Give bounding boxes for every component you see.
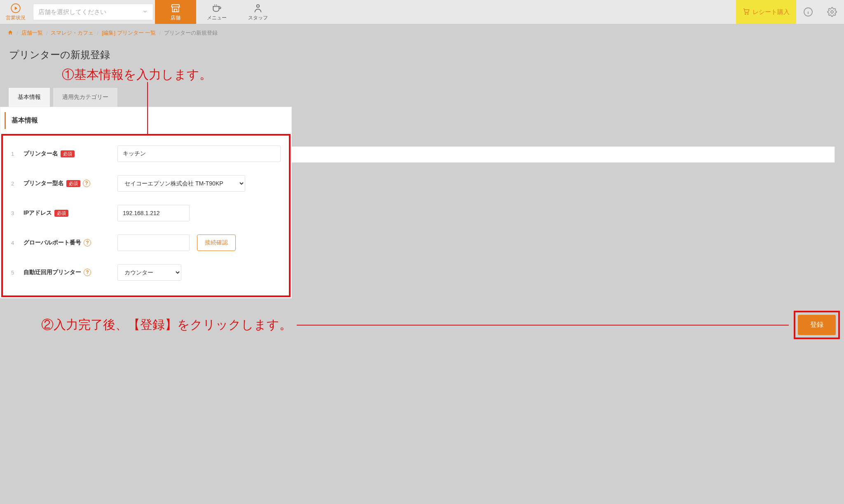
label-auto-reroute: 自動迂回用プリンター ? — [23, 269, 110, 276]
check-connection-button[interactable]: 接続確認 — [197, 234, 236, 251]
top-header: 営業状況 店舗を選択してください 店舗 メニュー — [0, 0, 844, 24]
ip-address-input[interactable] — [117, 205, 190, 221]
help-icon[interactable]: ? — [84, 239, 91, 246]
help-icon[interactable]: ? — [84, 269, 91, 276]
help-icon[interactable]: ? — [83, 180, 90, 187]
printer-name-extension — [292, 142, 835, 167]
label-printer-name: プリンター名 必須 — [23, 150, 110, 157]
nav-menu-label: メニュー — [207, 14, 227, 21]
row-auto-reroute: 5 自動迂回用プリンター ? カウンター — [3, 258, 289, 287]
required-badge: 必須 — [61, 150, 75, 157]
required-badge: 必須 — [54, 210, 68, 217]
svg-point-5 — [831, 11, 833, 13]
global-port-input[interactable] — [117, 234, 190, 251]
annotation-2: ②入力完了後、【登録】をクリックします。 — [41, 316, 292, 333]
printer-model-select[interactable]: セイコーエプソン株式会社 TM-T90KP — [117, 175, 245, 192]
label-global-port: グローバルポート番号 ? — [23, 239, 110, 246]
chevron-down-icon — [142, 9, 148, 16]
annotation-2-row: ②入力完了後、【登録】をクリックします。 登録 — [0, 311, 844, 339]
person-icon — [253, 3, 263, 14]
row-ip-address: 3 IPアドレス 必須 — [3, 198, 289, 228]
printer-name-input-ext[interactable] — [292, 146, 835, 163]
nav-status-label: 営業状況 — [6, 14, 26, 21]
label-ip-address: IPアドレス 必須 — [23, 209, 110, 217]
svg-point-3 — [748, 13, 748, 14]
label-printer-model: プリンター型名 必須 ? — [23, 180, 110, 187]
row-printer-name: 1 プリンター名 必須 — [3, 139, 289, 169]
breadcrumb: / 店舗一覧 / スマレジ・カフェ / [編集] プリンター 一覧 / プリンタ… — [0, 24, 844, 42]
auto-reroute-select[interactable]: カウンター — [117, 264, 181, 281]
register-highlight: 登録 — [794, 311, 840, 339]
crumb-store-list[interactable]: 店舗一覧 — [21, 29, 43, 37]
info-button[interactable] — [796, 0, 820, 24]
tabs: 基本情報 適用先カテゴリー — [0, 83, 844, 107]
section-title-basic: 基本情報 — [5, 112, 287, 129]
home-icon[interactable] — [7, 30, 13, 37]
receipt-purchase-button[interactable]: レシート購入 — [736, 0, 796, 24]
cart-icon — [743, 8, 750, 16]
row-printer-model: 2 プリンター型名 必須 ? セイコーエプソン株式会社 TM-T90KP — [3, 169, 289, 198]
required-badge: 必須 — [66, 180, 80, 187]
store-icon — [170, 3, 181, 14]
store-select-placeholder: 店舗を選択してください — [38, 8, 106, 16]
crumb-printer-list[interactable]: [編集] プリンター 一覧 — [102, 29, 156, 37]
play-circle-icon — [10, 3, 21, 14]
page-title: プリンターの新規登録 — [0, 42, 844, 66]
crumb-current: プリンターの新規登録 — [164, 29, 218, 37]
annotation-1: ①基本情報を入力します。 — [62, 66, 844, 83]
svg-point-2 — [745, 13, 746, 14]
settings-button[interactable] — [820, 0, 844, 24]
basic-info-panel: 基本情報 1 プリンター名 必須 2 プリンター型名 必須 ? — [0, 107, 292, 298]
nav-status[interactable]: 営業状況 — [0, 0, 31, 24]
svg-point-1 — [257, 5, 260, 7]
nav-staff-label: スタッフ — [248, 14, 268, 21]
receipt-button-label: レシート購入 — [753, 8, 790, 16]
nav-staff[interactable]: スタッフ — [237, 0, 279, 24]
crumb-cafe[interactable]: スマレジ・カフェ — [51, 29, 94, 37]
register-button[interactable]: 登録 — [798, 315, 836, 335]
nav-menu[interactable]: メニュー — [196, 0, 237, 24]
tab-category[interactable]: 適用先カテゴリー — [53, 87, 118, 107]
cup-icon — [211, 3, 222, 14]
nav-store[interactable]: 店舗 — [155, 0, 196, 24]
printer-name-input[interactable] — [117, 145, 281, 162]
basic-info-form: 1 プリンター名 必須 2 プリンター型名 必須 ? セイコーエプソン株式会社 … — [1, 134, 291, 297]
tab-basic-info[interactable]: 基本情報 — [8, 87, 50, 107]
row-global-port: 4 グローバルポート番号 ? 接続確認 — [3, 228, 289, 258]
store-select[interactable]: 店舗を選択してください — [31, 0, 155, 24]
nav-store-label: 店舗 — [171, 14, 181, 21]
